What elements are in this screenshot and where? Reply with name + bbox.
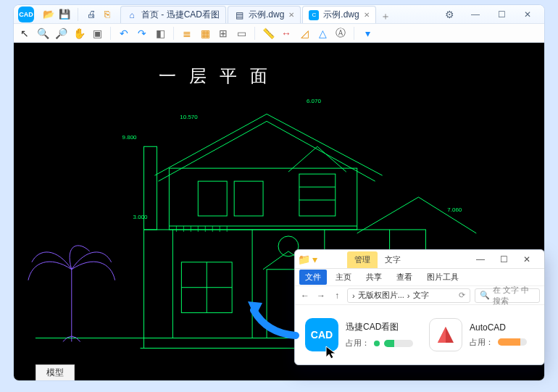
select-tool-icon[interactable]: ↖ [18, 27, 31, 40]
dim-label: 10.570 [180, 114, 198, 120]
explorer-menu: 文件 主页 共享 查看 图片工具 [295, 269, 544, 286]
snap-icon[interactable]: ⊞ [217, 27, 230, 40]
search-icon: 🔍 [480, 291, 490, 300]
search-placeholder: 在 文字 中搜索 [493, 285, 535, 306]
path-sep: › [352, 291, 355, 300]
area-icon[interactable]: △ [316, 27, 329, 40]
zoom-out-icon[interactable]: 🔎 [54, 27, 67, 40]
usage-pill [384, 340, 413, 347]
save-icon[interactable]: 💾 [59, 9, 70, 20]
app-logo-icon: CAD [18, 7, 34, 22]
measure-icon[interactable]: 📏 [262, 27, 275, 40]
model-tabs: 模型 [36, 364, 75, 381]
app-name-label: 迅捷CAD看图 [346, 321, 413, 333]
nav-forward-icon[interactable]: → [315, 291, 327, 301]
path-sep: › [407, 291, 410, 300]
explorer-menu-pictools[interactable]: 图片工具 [421, 270, 465, 285]
folder-icon: ▾ [312, 254, 324, 265]
3d-view-icon[interactable]: ◧ [154, 27, 167, 40]
svg-rect-5 [234, 181, 263, 216]
explorer-search[interactable]: 🔍 在 文字 中搜索 [475, 288, 540, 303]
export-icon[interactable]: ⎘ [101, 9, 113, 20]
explorer-ribbon-text[interactable]: 文字 [378, 251, 408, 268]
quick-access-group: 📂 💾 🖨 ⎘ [38, 8, 117, 21]
refresh-icon[interactable]: ⟳ [459, 291, 465, 300]
tab-close-icon[interactable]: ✕ [288, 11, 294, 19]
titlebar: CAD 📂 💾 🖨 ⎘ ⌂ 首页 - 迅捷CAD看图 ▤ 示例.dwg ✕ C … [14, 5, 544, 24]
settings-icon[interactable]: ⚙ [437, 7, 462, 22]
document-tabs: ⌂ 首页 - 迅捷CAD看图 ▤ 示例.dwg ✕ C 示例.dwg ✕ ＋ [120, 5, 393, 23]
grid-icon[interactable]: ▦ [199, 27, 212, 40]
layers-icon[interactable]: ≣ [180, 27, 193, 40]
window-controls: ⚙ — ☐ ✕ [437, 7, 544, 22]
cad-app-icon: CAD [305, 318, 338, 351]
main-toolbar: ↖ 🔍 🔎 ✋ ▣ ↶ ↷ ◧ ≣ ▦ ⊞ ▭ 📏 ↔ ◿ △ Ⓐ ▾ [14, 24, 544, 43]
model-tab[interactable]: 模型 [36, 364, 75, 381]
ortho-icon[interactable]: ▭ [235, 27, 248, 40]
rotate-right-icon[interactable]: ↷ [136, 27, 149, 40]
app-name-label: AutoCAD [470, 322, 527, 333]
path-part: 文字 [413, 290, 429, 301]
print-icon[interactable]: 🖨 [86, 9, 97, 20]
maximize-button[interactable]: ☐ [489, 7, 514, 22]
annotate-icon[interactable]: Ⓐ [334, 27, 347, 40]
explorer-path[interactable]: › 无版权图片... › 文字 ⟳ [347, 288, 470, 303]
tab-doc-2[interactable]: C 示例.dwg ✕ [302, 6, 375, 23]
explorer-minimize[interactable]: — [470, 252, 491, 267]
nav-back-icon[interactable]: ← [299, 291, 311, 301]
app-item-xunjie[interactable]: CAD 迅捷CAD看图 占用： [305, 318, 413, 351]
tool-expand-icon[interactable]: ▾ [361, 27, 374, 40]
file-explorer-window: 📁 ▾ 管理 文字 — ☐ ✕ 文件 主页 共享 查看 图片工具 ← → ↑ ›… [294, 249, 545, 365]
autocad-app-icon [429, 318, 462, 351]
explorer-addressbar: ← → ↑ › 无版权图片... › 文字 ⟳ 🔍 在 文字 中搜索 [295, 286, 544, 305]
pan-tool-icon[interactable]: ✋ [72, 27, 86, 40]
usage-label: 占用： [470, 337, 494, 348]
nav-up-icon[interactable]: ↑ [331, 291, 343, 301]
explorer-ribbon-manage[interactable]: 管理 [347, 251, 378, 268]
angle-icon[interactable]: ◿ [298, 27, 311, 40]
path-part: 无版权图片... [358, 290, 404, 301]
open-file-icon[interactable]: 📂 [43, 9, 54, 20]
app-item-autocad[interactable]: AutoCAD 占用： [429, 318, 527, 351]
usage-dot-icon [374, 341, 380, 346]
dim-label: 9.800 [122, 134, 138, 141]
explorer-titlebar: 📁 ▾ 管理 文字 — ☐ ✕ [295, 250, 544, 269]
fit-view-icon[interactable]: ▣ [91, 27, 104, 40]
home-icon: ⌂ [127, 10, 137, 20]
rotate-left-icon[interactable]: ↶ [117, 27, 130, 40]
explorer-menu-view[interactable]: 查看 [391, 270, 418, 285]
tab-home[interactable]: ⌂ 首页 - 迅捷CAD看图 [120, 6, 226, 23]
tab-doc-1[interactable]: ▤ 示例.dwg ✕ [228, 6, 301, 23]
explorer-close[interactable]: ✕ [517, 252, 537, 267]
explorer-menu-file[interactable]: 文件 [299, 270, 327, 285]
explorer-maximize[interactable]: ☐ [494, 252, 514, 267]
minimize-button[interactable]: — [463, 7, 488, 22]
dim-label: 7.060 [447, 207, 462, 213]
tab-doc-1-label: 示例.dwg [249, 9, 284, 21]
svg-rect-4 [198, 181, 227, 216]
tab-doc-2-label: 示例.dwg [323, 9, 359, 21]
explorer-menu-share[interactable]: 共享 [360, 270, 388, 285]
zoom-in-icon[interactable]: 🔍 [36, 27, 49, 40]
doc-icon: ▤ [234, 10, 244, 20]
add-tab-button[interactable]: ＋ [378, 10, 393, 23]
usage-label: 占用： [346, 338, 370, 349]
usage-pill [498, 338, 527, 346]
tab-home-label: 首页 - 迅捷CAD看图 [141, 9, 220, 21]
svg-rect-6 [299, 174, 336, 216]
dim-label: 6.070 [307, 98, 322, 104]
tab-close-icon[interactable]: ✕ [364, 11, 370, 19]
dim-label: 3.000 [133, 214, 149, 220]
dimension-icon[interactable]: ↔ [280, 27, 293, 40]
cad-doc-icon: C [309, 10, 319, 20]
folder-icon: 📁 [298, 254, 309, 265]
explorer-menu-home[interactable]: 主页 [330, 270, 357, 285]
explorer-body: CAD 迅捷CAD看图 占用： AutoCAD 占用： [295, 305, 544, 364]
close-button[interactable]: ✕ [515, 7, 540, 22]
